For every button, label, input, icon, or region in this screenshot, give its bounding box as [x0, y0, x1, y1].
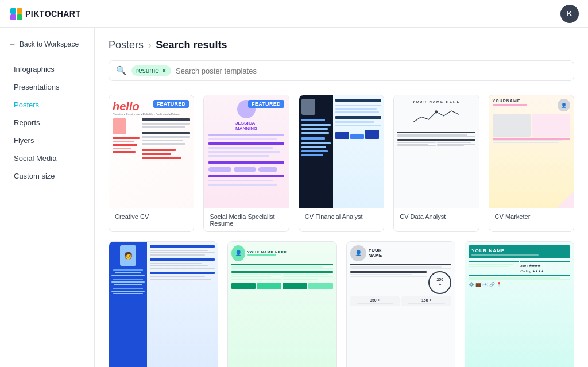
featured-badge-creative-cv: FEATURED	[153, 100, 189, 108]
template-card-cv-financial[interactable]: CV Financial Analyst	[299, 95, 384, 232]
template-thumbnail-creative-2: 👤 YOURNAME	[347, 242, 455, 367]
search-bar: 🔍 resume ✕	[109, 60, 574, 81]
template-card-creative-3[interactable]: 👤 YOUR NAME HERE	[227, 241, 337, 367]
template-card-creative-1[interactable]: YOUR NAME 250+ ★★★★	[465, 241, 574, 367]
main-layout: ← Back to Workspace Infographics Present…	[0, 28, 588, 367]
back-to-workspace-button[interactable]: ← Back to Workspace	[0, 37, 94, 55]
template-thumbnail-cv-financial	[299, 95, 384, 208]
logo-icon	[9, 7, 23, 21]
template-thumbnail-creative-cv: FEATURED hello Creative • Passionate • R…	[109, 95, 194, 208]
template-label-creative-cv: Creative CV	[109, 208, 194, 225]
template-label-cv-marketer: CV Marketer	[489, 208, 574, 225]
template-grid-row2: 🧑	[109, 241, 574, 367]
sidebar-item-posters[interactable]: Posters	[5, 96, 90, 113]
sidebar-item-social-media[interactable]: Social Media	[5, 150, 90, 167]
template-label-social-resume: Social Media Specialist Resume	[204, 208, 288, 231]
template-thumbnail-cv-data: YOUR NAME HERE	[394, 95, 478, 208]
template-thumbnail-cv-marketer: YOURNAME 👤	[489, 95, 574, 208]
breadcrumb: Posters › Search results	[109, 39, 574, 51]
template-label-cv-financial: CV Financial Analyst	[299, 208, 384, 225]
back-label: Back to Workspace	[20, 40, 79, 48]
sidebar-item-infographics[interactable]: Infographics	[5, 61, 90, 78]
sidebar: ← Back to Workspace Infographics Present…	[0, 28, 95, 367]
sidebar-item-flyers[interactable]: Flyers	[5, 132, 90, 149]
template-card-creative-cv[interactable]: FEATURED hello Creative • Passionate • R…	[109, 95, 194, 232]
template-card-social-media-resume[interactable]: FEATURED JESSICAMANNING	[203, 95, 289, 232]
logo-text: PIKTOCHART	[25, 9, 81, 18]
svg-rect-3	[17, 14, 22, 20]
template-label-cv-data: CV Data Analyst	[394, 208, 478, 225]
sidebar-item-presentations[interactable]: Presentations	[5, 79, 90, 95]
search-tag-close[interactable]: ✕	[161, 67, 167, 75]
template-thumbnail-cv-social: 🧑	[109, 242, 218, 367]
svg-rect-0	[10, 8, 16, 14]
template-card-cv-marketer[interactable]: YOURNAME 👤	[489, 95, 574, 232]
breadcrumb-current: Search results	[156, 39, 227, 51]
logo: PIKTOCHART	[9, 7, 81, 21]
sidebar-item-custom-size[interactable]: Custom size	[5, 168, 90, 184]
template-card-creative-2[interactable]: 👤 YOURNAME	[346, 241, 456, 367]
template-card-cv-data[interactable]: YOUR NAME HERE	[393, 95, 479, 232]
breadcrumb-parent[interactable]: Posters	[109, 39, 144, 51]
template-card-cv-social[interactable]: 🧑	[109, 241, 218, 367]
search-tag[interactable]: resume ✕	[131, 65, 171, 76]
template-thumbnail-creative-1: YOUR NAME 250+ ★★★★	[465, 242, 574, 367]
content-area: Posters › Search results 🔍 resume ✕ FEAT…	[95, 28, 588, 367]
template-thumbnail-creative-3: 👤 YOUR NAME HERE	[228, 242, 336, 367]
sidebar-item-reports[interactable]: Reports	[5, 114, 90, 131]
svg-rect-1	[17, 8, 22, 14]
topbar: PIKTOCHART K	[0, 0, 588, 28]
svg-point-4	[435, 110, 438, 113]
back-arrow-icon: ←	[9, 40, 16, 48]
featured-badge-social-resume: FEATURED	[248, 100, 284, 108]
user-avatar[interactable]: K	[560, 5, 579, 23]
search-tag-label: resume	[136, 67, 159, 75]
search-icon: 🔍	[116, 65, 127, 76]
search-input[interactable]	[176, 67, 567, 75]
template-thumbnail-social-resume: FEATURED JESSICAMANNING	[204, 95, 288, 208]
svg-rect-2	[10, 14, 16, 20]
template-grid-row1: FEATURED hello Creative • Passionate • R…	[109, 95, 574, 232]
breadcrumb-separator: ›	[148, 40, 151, 51]
